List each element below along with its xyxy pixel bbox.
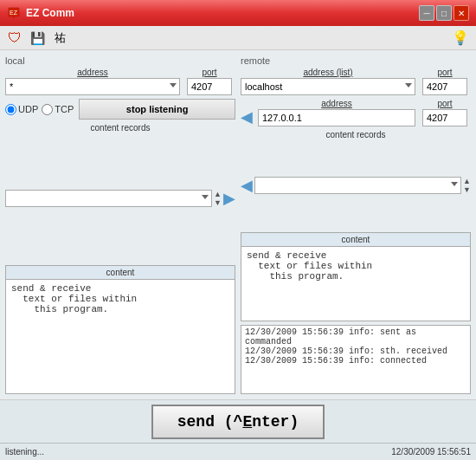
local-content-text[interactable]: send & receive text or files within this… xyxy=(6,280,235,393)
local-scroll-up[interactable]: ▲ xyxy=(214,190,222,198)
remote-port2-input[interactable] xyxy=(422,109,467,126)
close-button[interactable]: ✕ xyxy=(453,5,469,21)
remote-address-list-label: address (list) xyxy=(303,68,352,77)
log-entry-1: 12/30/2009 15:56:39 info: sent as comman… xyxy=(245,327,466,347)
local-scroll-arrows: ▲ ▼ xyxy=(214,190,222,207)
remote-address-select[interactable]: localhost xyxy=(241,78,415,95)
local-content-header: content xyxy=(6,266,235,280)
status-right: 12/30/2009 15:56:51 xyxy=(391,447,471,457)
remote-port2-group: port xyxy=(419,99,471,126)
send-button-label: send (^Enter) xyxy=(177,413,299,431)
tcp-radio[interactable] xyxy=(42,104,53,115)
remote-content-text[interactable]: send & receive text or files within this… xyxy=(241,247,470,321)
send-row: send (^Enter) xyxy=(0,399,476,443)
local-controls-row: UDP TCP stop listening xyxy=(5,99,235,120)
local-content-area: content send & receive text or files wit… xyxy=(5,265,235,394)
shield-toolbar-button[interactable]: 🛡 xyxy=(5,29,24,48)
svg-text:EZ: EZ xyxy=(10,10,18,16)
local-port-label: port xyxy=(202,68,216,77)
kanji-toolbar-button[interactable]: 祐 xyxy=(50,29,69,48)
local-records-select[interactable] xyxy=(5,190,212,207)
save-icon: 💾 xyxy=(30,31,45,45)
remote-content-area: content send & receive text or files wit… xyxy=(241,232,471,321)
remote-address2-label: address xyxy=(321,99,352,108)
title-bar: EZ EZ Comm ─ □ ✕ xyxy=(0,0,476,26)
status-bar: listening... 12/30/2009 15:56:51 xyxy=(0,443,476,460)
save-toolbar-button[interactable]: 💾 xyxy=(28,29,47,48)
protocol-radio-group: UDP TCP xyxy=(5,104,74,115)
log-entry-2: 12/30/2009 15:56:39 info: sth. received xyxy=(245,347,466,356)
remote-content-header: content xyxy=(241,233,470,247)
app-icon: EZ xyxy=(7,6,21,20)
remote-records-wrap: ◀ ▲ ▼ xyxy=(241,141,471,229)
main-content: local address * port xyxy=(0,50,476,460)
remote-scroll-down[interactable]: ▼ xyxy=(463,185,471,194)
remote-panel: remote address (list) localhost port xyxy=(241,55,471,394)
udp-radio-label[interactable]: UDP xyxy=(5,104,38,115)
tcp-radio-label[interactable]: TCP xyxy=(42,104,74,115)
remote-port-label: port xyxy=(437,68,452,77)
remote-port2-label: port xyxy=(437,99,452,108)
local-port-group: port xyxy=(183,68,235,95)
local-label: local xyxy=(5,55,235,66)
remote-port-group: port xyxy=(419,68,471,95)
remote-address2-input[interactable] xyxy=(258,109,415,126)
local-port-input[interactable] xyxy=(187,78,232,95)
panels-row: local address * port xyxy=(0,50,476,399)
remote-content-wrap: send & receive text or files within this… xyxy=(241,247,470,321)
udp-radio[interactable] xyxy=(5,104,16,115)
restore-button[interactable]: □ xyxy=(436,5,452,21)
local-send-arrow: ▶ xyxy=(223,189,235,208)
minimize-button[interactable]: ─ xyxy=(419,5,434,21)
hint-icon[interactable]: 💡 xyxy=(452,29,469,46)
stop-listening-button[interactable]: stop listening xyxy=(79,99,235,120)
remote-scroll-up[interactable]: ▲ xyxy=(463,177,471,185)
local-scroll-down[interactable]: ▼ xyxy=(214,198,222,207)
remote-records-row: content records xyxy=(241,130,471,139)
remote-records-select[interactable] xyxy=(254,177,461,194)
local-address-row: address * port xyxy=(5,68,235,95)
remote-address2-group: address xyxy=(258,99,415,126)
remote-scroll-arrows: ▲ ▼ xyxy=(463,177,471,194)
remote-port-input[interactable] xyxy=(422,78,467,95)
log-entry-3: 12/30/2009 15:56:39 info: connected xyxy=(245,356,466,366)
remote-records-label: content records xyxy=(241,130,471,139)
local-address-group: address * xyxy=(5,68,180,95)
window-title: EZ Comm xyxy=(26,7,419,19)
local-records-row: content records xyxy=(5,123,235,133)
status-left: listening... xyxy=(5,447,44,457)
remote-receive-arrow: ◀ xyxy=(241,107,253,126)
remote-address2-row: ◀ address port xyxy=(241,99,471,126)
local-records-wrap: ▲ ▼ ▶ xyxy=(5,134,235,262)
local-content-wrap: send & receive text or files within this… xyxy=(6,280,235,393)
remote-address-row: address (list) localhost port xyxy=(241,68,471,95)
send-button[interactable]: send (^Enter) xyxy=(151,405,325,439)
toolbar: 🛡 💾 祐 xyxy=(0,26,476,50)
kanji-icon: 祐 xyxy=(55,30,66,46)
local-records-label: content records xyxy=(5,123,235,133)
remote-address-group: address (list) localhost xyxy=(241,68,415,95)
window-controls: ─ □ ✕ xyxy=(419,5,469,21)
remote-log-area[interactable]: 12/30/2009 15:56:39 info: sent as comman… xyxy=(241,325,471,394)
remote-arrow-left: ◀ xyxy=(241,176,253,195)
local-address-label: address xyxy=(77,68,108,77)
local-address-select[interactable]: * xyxy=(5,78,180,95)
remote-label: remote xyxy=(241,55,471,66)
shield-icon: 🛡 xyxy=(8,30,22,46)
local-panel: local address * port xyxy=(5,55,235,394)
